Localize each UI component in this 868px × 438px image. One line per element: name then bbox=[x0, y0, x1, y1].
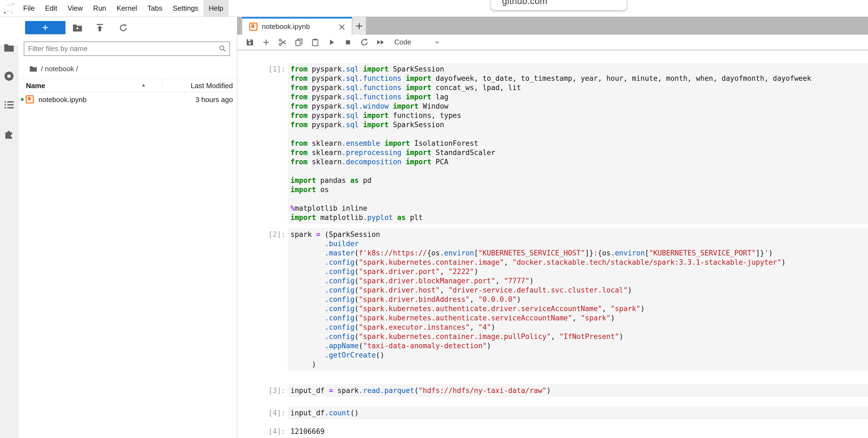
cell-type-value: Code bbox=[394, 38, 411, 47]
refresh-icon bbox=[119, 23, 128, 32]
code-line: import os bbox=[290, 185, 868, 194]
copy-cells-button[interactable] bbox=[293, 37, 305, 48]
refresh-button[interactable] bbox=[117, 23, 129, 32]
new-folder-button[interactable] bbox=[71, 23, 84, 32]
paste-icon bbox=[311, 38, 319, 47]
table-of-contents-tab-icon[interactable] bbox=[0, 95, 18, 114]
upload-icon bbox=[95, 24, 104, 32]
notebook-toolbar: Code bbox=[237, 35, 868, 50]
file-row[interactable]: notebook.ipynb3 hours ago bbox=[18, 92, 237, 107]
run-cell-button[interactable] bbox=[326, 37, 338, 48]
file-browser-toolbar bbox=[18, 17, 237, 39]
notebook-icon bbox=[26, 95, 34, 104]
menu-help[interactable]: Help bbox=[204, 0, 228, 17]
jupyterlab-window: { "menu": { "items": ["File", "Edit", "V… bbox=[0, 0, 868, 438]
code-line: .builder bbox=[290, 239, 868, 249]
file-list: notebook.ipynb3 hours ago bbox=[18, 92, 237, 107]
file-modified: 3 hours ago bbox=[195, 95, 233, 104]
menu-view[interactable]: View bbox=[62, 0, 88, 17]
code-line: .getOrCreate() bbox=[290, 350, 868, 360]
menu-bar-items: FileEditViewRunKernelTabsSettingsHelp bbox=[18, 0, 228, 17]
restart-kernel-button[interactable] bbox=[358, 37, 370, 48]
menu-tabs[interactable]: Tabs bbox=[142, 0, 167, 17]
code-line: spark = (SparkSession bbox=[290, 230, 868, 239]
home-folder-icon bbox=[29, 65, 37, 72]
code-line: .config("spark.driver.port", "2222") bbox=[290, 267, 868, 276]
upload-button[interactable] bbox=[94, 23, 106, 32]
menu-kernel[interactable]: Kernel bbox=[111, 0, 142, 17]
restart-icon bbox=[360, 38, 369, 47]
copy-icon bbox=[295, 38, 303, 47]
cell-editor[interactable]: input_df = spark.read.parquet("hdfs://hd… bbox=[288, 384, 868, 397]
new-folder-icon bbox=[72, 24, 82, 32]
code-line: from pyspark.sql import SparkSession bbox=[290, 120, 868, 129]
save-icon bbox=[246, 38, 254, 47]
code-cell: [3]:input_df = spark.read.parquet("hdfs:… bbox=[237, 384, 868, 397]
save-button[interactable] bbox=[244, 37, 256, 48]
new-tab-button[interactable]: + bbox=[352, 17, 366, 35]
running-indicator-dot bbox=[21, 98, 24, 101]
cell-prompt: [1]: bbox=[268, 64, 285, 74]
menu-file[interactable]: File bbox=[18, 0, 40, 17]
code-line: .config("spark.kubernetes.container.imag… bbox=[290, 332, 868, 341]
cell-editor[interactable]: input_df.count() bbox=[288, 407, 868, 419]
code-line bbox=[290, 194, 868, 204]
menu-bar: FileEditViewRunKernelTabsSettingsHelp bbox=[0, 0, 868, 17]
interrupt-kernel-button[interactable] bbox=[342, 37, 354, 48]
menu-edit[interactable]: Edit bbox=[40, 0, 62, 17]
menu-settings[interactable]: Settings bbox=[167, 0, 204, 17]
jupyter-logo-icon bbox=[0, 0, 18, 17]
browser-origin-popup: github.com bbox=[491, 0, 627, 10]
cell-prompt: [4]: bbox=[268, 408, 285, 417]
extension-manager-tab-icon[interactable] bbox=[0, 124, 18, 143]
code-line: from pyspark.sql.functions import dayofw… bbox=[290, 74, 868, 83]
filter-box bbox=[24, 41, 230, 56]
column-header-modified[interactable]: Last Modified bbox=[191, 82, 233, 90]
cell-prompt: [2]: bbox=[268, 230, 285, 239]
code-line: from sklearn.preprocessing import Standa… bbox=[290, 148, 868, 157]
sort-ascending-icon[interactable]: ▲ bbox=[141, 82, 146, 88]
code-line: import matplotlib.pyplot as plt bbox=[290, 213, 868, 222]
code-line: import pandas as pd bbox=[290, 176, 868, 185]
menu-run[interactable]: Run bbox=[88, 0, 112, 17]
file-list-header: Name ▲ Last Modified bbox=[18, 79, 237, 92]
code-line: from sklearn.decomposition import PCA bbox=[290, 157, 868, 167]
file-name: notebook.ipynb bbox=[38, 95, 87, 104]
cell-editor[interactable]: spark = (SparkSession .builder .master(f… bbox=[288, 228, 868, 371]
cell-editor[interactable]: from pyspark.sql import SparkSessionfrom… bbox=[288, 63, 868, 224]
new-launcher-button[interactable] bbox=[25, 21, 65, 34]
notebook-scroll-area[interactable]: [1]:from pyspark.sql import SparkSession… bbox=[237, 51, 868, 438]
restart-run-all-button[interactable] bbox=[375, 37, 387, 48]
code-line: from pyspark.sql import SparkSession bbox=[290, 64, 868, 74]
breadcrumb[interactable]: / notebook / bbox=[18, 61, 237, 77]
cut-icon bbox=[278, 38, 287, 47]
column-header-name[interactable]: Name bbox=[26, 82, 45, 90]
file-browser-tab-icon[interactable] bbox=[0, 38, 18, 57]
output-cell: [4]:12106669 bbox=[237, 425, 868, 438]
output-area: 12106669 bbox=[288, 425, 868, 438]
code-line: %matplotlib inline bbox=[290, 204, 868, 213]
add-cell-button[interactable] bbox=[260, 37, 272, 48]
cell-prompt: [3]: bbox=[268, 386, 285, 395]
code-line: .config("spark.executor.instances", "4") bbox=[290, 323, 868, 332]
cell-prompt: [4]: bbox=[268, 427, 285, 436]
code-line: input_df.count() bbox=[290, 408, 868, 417]
main-dock-panel: notebook.ipynb × + bbox=[237, 17, 868, 438]
notebook-icon bbox=[249, 23, 257, 31]
code-line bbox=[290, 129, 868, 139]
fast-forward-icon bbox=[376, 38, 385, 46]
column-divider bbox=[162, 79, 162, 92]
tab-notebook[interactable]: notebook.ipynb × bbox=[242, 17, 352, 35]
running-kernels-tab-icon[interactable] bbox=[0, 66, 18, 86]
code-cell: [1]:from pyspark.sql import SparkSession… bbox=[237, 63, 868, 224]
paste-cells-button[interactable] bbox=[309, 37, 321, 48]
code-line: 12106669 bbox=[290, 427, 868, 436]
filter-files-input[interactable] bbox=[24, 41, 230, 56]
breadcrumb-path: / notebook / bbox=[41, 65, 78, 73]
cell-type-dropdown[interactable]: Code bbox=[394, 38, 441, 47]
code-line: .config("spark.kubernetes.authenticate.s… bbox=[290, 313, 868, 323]
code-line: input_df = spark.read.parquet("hdfs://hd… bbox=[290, 386, 868, 395]
tab-close-icon[interactable]: × bbox=[338, 22, 346, 31]
cut-cells-button[interactable] bbox=[277, 37, 288, 48]
stop-icon bbox=[344, 39, 351, 46]
